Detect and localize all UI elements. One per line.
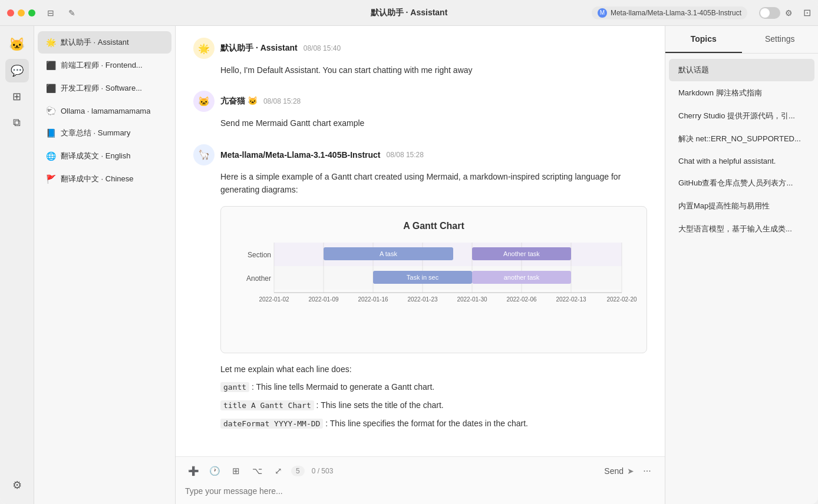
message-content-1: Hello, I'm Default Assistant. You can st… <box>220 64 647 77</box>
topics-list: 默认话题 Markdown 脚注格式指南 Cherry Studio 提供开源代… <box>665 54 818 504</box>
sidebar-icons: 🐱 💬 ⊞ ⧉ ⚙ <box>0 26 34 504</box>
topics-item-llm-input[interactable]: 大型语言模型，基于输入生成类... <box>669 218 814 240</box>
sidebar-item-icon-summary: 📘 <box>46 128 56 138</box>
input-toolbar: ➕ 🕐 ⊞ ⌥ ⤢ 5 0 / 503 Send ➤ ··· <box>185 463 655 479</box>
topics-tabs: Topics Settings <box>665 26 818 54</box>
model-selector[interactable]: M Meta-llama/Meta-Llama-3.1-405B-Instruc… <box>592 6 747 19</box>
gantt-chart-container: A Gantt Chart <box>220 206 647 353</box>
message-header-2: 🐱 亢奋猫 🐱 08/08 15:28 <box>193 91 647 112</box>
code-button[interactable]: ⌥ <box>249 463 265 479</box>
gantt-svg: Section Another A task Another task <box>233 243 622 337</box>
sidebar-item-icon-translate-zh: 🚩 <box>46 174 56 184</box>
send-label: Send <box>604 466 624 476</box>
expand-button[interactable]: ⤢ <box>270 463 286 479</box>
minimize-button[interactable] <box>18 9 25 16</box>
sidebar-item-icon-ollama: 🐑 <box>46 106 56 115</box>
model-name: Meta-llama/Meta-Llama-3.1-405B-Instruct <box>611 9 741 17</box>
message-time-1: 08/08 15:40 <box>304 44 341 52</box>
sidebar-icon-apps[interactable]: ⊞ <box>5 85 29 108</box>
titlebar-title: 默认助手 · Assistant <box>371 8 448 18</box>
message-intro: Here is a simple example of a Gantt char… <box>220 170 647 197</box>
sidebar-collapse-icon[interactable]: ⊟ <box>45 7 57 19</box>
message-header-1: 🌟 默认助手 · Assistant 08/08 15:40 <box>193 38 647 59</box>
maximize-button[interactable] <box>28 9 35 16</box>
gantt-bar-another-task-2-label: another task <box>504 274 540 281</box>
code-desc-1: : This line tells Mermaid to generate a … <box>252 382 434 392</box>
message-group-1: 🌟 默认助手 · Assistant 08/08 15:40 Hello, I'… <box>193 38 647 77</box>
message-time-3: 08/08 15:28 <box>387 151 424 159</box>
settings-icon[interactable]: ⚙ <box>785 8 793 18</box>
code-line-1: gantt : This line tells Mermaid to gener… <box>220 380 647 394</box>
message-explain: Let me explain what each line does: <box>220 363 647 376</box>
axis-label-5: 2022-01-30 <box>457 296 487 303</box>
gantt-bar-another-task-label: Another task <box>503 250 540 257</box>
topics-item-cherry-studio[interactable]: Cherry Studio 提供开源代码，引... <box>669 105 814 127</box>
code-3: dateFormat YYYY-MM-DD <box>220 419 323 429</box>
message-group-3: 🦙 Meta-llama/Meta-Llama-3.1-405B-Instruc… <box>193 144 647 430</box>
avatar-llama: 🦙 <box>193 144 215 165</box>
topics-item-github-stars[interactable]: GitHub查看仓库点赞人员列表方... <box>669 172 814 194</box>
sidebar-icon-avatar[interactable]: 🐱 <box>5 33 29 57</box>
message-name-3: Meta-llama/Meta-Llama-3.1-405B-Instruct <box>220 150 381 160</box>
table-button[interactable]: ⊞ <box>227 463 244 479</box>
agents-sidebar: 🌟 默认助手 · Assistant ⬛ 前端工程师 · Frontend...… <box>34 26 176 504</box>
sidebar-icon-chat[interactable]: 💬 <box>5 59 29 82</box>
axis-label-1: 2022-01-02 <box>259 296 289 303</box>
sidebar-item-label-software: 开发工程师 · Software... <box>61 83 142 94</box>
sidebar-icon-settings[interactable]: ⚙ <box>5 473 29 497</box>
axis-label-8: 2022-02-20 <box>606 296 637 303</box>
send-button[interactable]: Send ➤ <box>604 466 634 476</box>
sidebar-item-frontend[interactable]: ⬛ 前端工程师 · Frontend... <box>38 54 171 77</box>
agents-list: 🌟 默认助手 · Assistant ⬛ 前端工程师 · Frontend...… <box>34 26 175 504</box>
add-button[interactable]: ➕ <box>185 463 202 479</box>
axis-label-4: 2022-01-23 <box>407 296 438 303</box>
input-bar: ➕ 🕐 ⊞ ⌥ ⤢ 5 0 / 503 Send ➤ ··· <box>176 456 665 504</box>
message-input[interactable] <box>185 484 655 498</box>
message-text-1: Hello, I'm Default Assistant. You can st… <box>220 65 473 75</box>
sidebar-item-translate-en[interactable]: 🌐 翻译成英文 · English <box>38 145 171 167</box>
message-group-2: 🐱 亢奋猫 🐱 08/08 15:28 Send me Mermaid Gant… <box>193 91 647 130</box>
sidebar-item-summary[interactable]: 📘 文章总结 · Summary <box>38 122 171 144</box>
topics-item-err-no-supported[interactable]: 解决 net::ERR_NO_SUPPORTED... <box>669 128 814 150</box>
sidebar-item-ollama[interactable]: 🐑 Ollama · lamamamamama <box>38 100 171 121</box>
axis-label-3: 2022-01-16 <box>358 296 388 303</box>
sidebar-item-software[interactable]: ⬛ 开发工程师 · Software... <box>38 77 171 100</box>
sidebar-item-icon-software: ⬛ <box>46 84 56 93</box>
message-text-2: Send me Mermaid Gantt chart example <box>220 118 364 128</box>
message-name-1: 默认助手 · Assistant <box>220 43 298 54</box>
more-options-button[interactable]: ··· <box>639 463 655 479</box>
tab-settings[interactable]: Settings <box>742 26 819 53</box>
topics-item-markdown[interactable]: Markdown 脚注格式指南 <box>669 82 814 104</box>
axis-label-2: 2022-01-09 <box>308 296 339 303</box>
model-icon: M <box>598 8 607 18</box>
code-1: gantt <box>220 382 249 392</box>
traffic-lights <box>7 9 35 16</box>
sidebar-item-label-ollama: Ollama · lamamamamama <box>61 107 150 115</box>
chat-messages: 🌟 默认助手 · Assistant 08/08 15:40 Hello, I'… <box>176 26 665 456</box>
history-button[interactable]: 🕐 <box>206 463 223 479</box>
code-2: title A Gantt Chart <box>220 400 314 410</box>
toggle-knob <box>760 8 770 18</box>
axis-label-7: 2022-02-13 <box>556 296 586 303</box>
theme-toggle[interactable] <box>759 7 780 19</box>
sidebar-item-label-frontend: 前端工程师 · Frontend... <box>61 60 143 71</box>
sidebar-item-label-default: 默认助手 · Assistant <box>61 37 129 48</box>
new-chat-icon[interactable]: ✎ <box>66 7 78 19</box>
topics-item-builtin-map[interactable]: 内置Map提高性能与易用性 <box>669 195 814 217</box>
sidebar-item-default-assistant[interactable]: 🌟 默认助手 · Assistant <box>38 31 171 54</box>
sidebar-right-icon[interactable]: ⊡ <box>803 7 811 18</box>
tab-topics[interactable]: Topics <box>665 26 742 53</box>
code-desc-3: : This line specifies the format for the… <box>325 419 528 428</box>
topics-item-default[interactable]: 默认话题 <box>669 59 814 81</box>
avatar-assistant: 🌟 <box>193 38 215 59</box>
input-row <box>185 484 655 498</box>
sidebar-icon-plugin[interactable]: ⧉ <box>5 111 29 134</box>
gantt-section-label-1: Section <box>248 251 271 259</box>
topics-item-helpful-assistant[interactable]: Chat with a helpful assistant. <box>669 151 814 171</box>
message-time-2: 08/08 15:28 <box>263 97 301 105</box>
sidebar-item-label-summary: 文章总结 · Summary <box>61 128 130 138</box>
chat-area: 🌟 默认助手 · Assistant 08/08 15:40 Hello, I'… <box>176 26 665 504</box>
close-button[interactable] <box>7 9 14 16</box>
code-line-2: title A Gantt Chart : This line sets the… <box>220 399 647 412</box>
sidebar-item-translate-zh[interactable]: 🚩 翻译成中文 · Chinese <box>38 168 171 190</box>
